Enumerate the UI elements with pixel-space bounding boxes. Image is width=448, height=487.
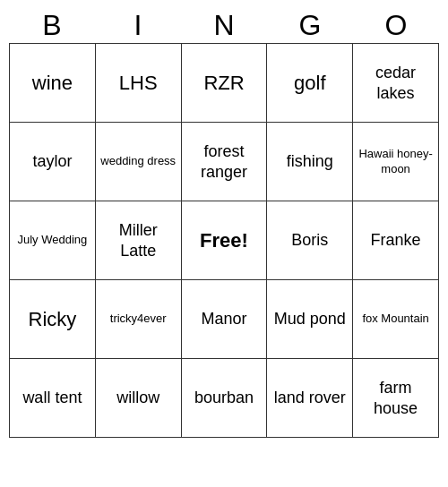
bingo-cell-r0-c3: golf [267,44,353,123]
bingo-card: BINGO wineLHSRZRgolfcedar lakestaylorwed… [9,7,439,438]
bingo-cell-r3-c0: Ricky [10,280,96,359]
bingo-cell-r3-c2: Manor [182,280,268,359]
bingo-cell-r2-c4: Franke [353,201,439,280]
bingo-cell-r4-c2: bourban [182,359,268,438]
bingo-cell-r1-c4: Hawaii honey-moon [353,123,439,201]
bingo-cell-r4-c0: wall tent [10,359,96,438]
bingo-letter: N [181,7,267,43]
bingo-cell-r1-c1: wedding dress [96,123,182,201]
bingo-cell-r2-c2: Free! [182,201,268,280]
bingo-cell-r0-c0: wine [10,44,96,123]
bingo-cell-r0-c4: cedar lakes [353,44,439,123]
bingo-grid: wineLHSRZRgolfcedar lakestaylorwedding d… [9,43,439,438]
bingo-cell-r0-c2: RZR [182,44,268,123]
bingo-cell-r2-c3: Boris [267,201,353,280]
bingo-letter: G [267,7,353,43]
bingo-cell-r3-c1: tricky4ever [96,280,182,359]
bingo-cell-r4-c1: willow [96,359,182,438]
bingo-letter: I [95,7,181,43]
bingo-cell-r2-c0: July Wedding [10,201,96,280]
bingo-cell-r3-c4: fox Mountain [353,280,439,359]
bingo-cell-r1-c0: taylor [10,123,96,201]
bingo-letter: O [353,7,439,43]
bingo-header: BINGO [9,7,439,43]
bingo-cell-r0-c1: LHS [96,44,182,123]
bingo-cell-r4-c4: farm house [353,359,439,438]
bingo-cell-r4-c3: land rover [267,359,353,438]
bingo-cell-r1-c2: forest ranger [182,123,268,201]
bingo-cell-r3-c3: Mud pond [267,280,353,359]
bingo-cell-r2-c1: Miller Latte [96,201,182,280]
bingo-cell-r1-c3: fishing [267,123,353,201]
bingo-letter: B [9,7,95,43]
